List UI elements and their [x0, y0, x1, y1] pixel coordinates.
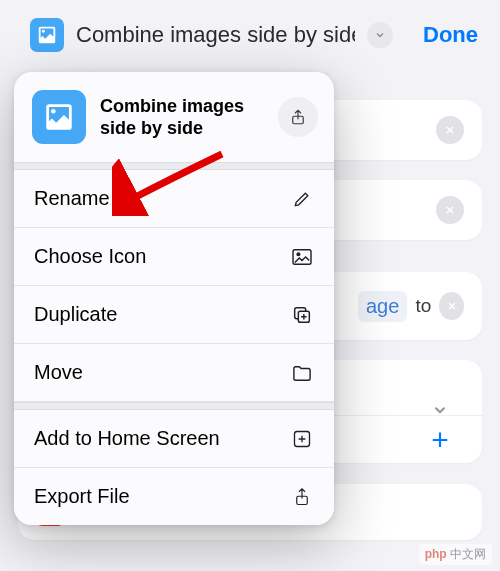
menu-item-move[interactable]: Move: [14, 344, 334, 402]
menu-item-choose-icon[interactable]: Choose Icon: [14, 228, 334, 286]
watermark: php 中文网: [419, 544, 492, 565]
menu-item-label: Move: [34, 361, 83, 384]
plus-square-icon: [290, 429, 314, 449]
menu-item-label: Add to Home Screen: [34, 427, 220, 450]
svg-point-1: [42, 30, 45, 33]
menu-item-label: Rename: [34, 187, 110, 210]
shortcut-title: Combine images side by side: [76, 22, 355, 48]
folder-icon: [290, 364, 314, 382]
shortcut-icon: [30, 18, 64, 52]
menu-item-duplicate[interactable]: Duplicate: [14, 286, 334, 344]
delete-action-button[interactable]: [439, 292, 464, 320]
share-button[interactable]: [278, 97, 318, 137]
menu-item-label: Export File: [34, 485, 130, 508]
pencil-icon: [290, 189, 314, 209]
menu-item-label: Duplicate: [34, 303, 117, 326]
variable-token[interactable]: age: [358, 291, 407, 322]
add-action-button[interactable]: +: [416, 423, 464, 457]
svg-point-5: [297, 252, 300, 255]
menu-header: Combine images side by side: [14, 72, 334, 162]
duplicate-icon: [290, 304, 314, 326]
editor-header: Combine images side by side Done: [0, 0, 500, 70]
picture-icon: [290, 248, 314, 266]
close-icon: [444, 124, 456, 136]
delete-action-button[interactable]: [436, 116, 464, 144]
close-icon: [444, 204, 456, 216]
menu-title: Combine images side by side: [100, 95, 264, 140]
share-up-icon: [290, 486, 314, 508]
menu-item-export[interactable]: Export File: [14, 468, 334, 525]
chevron-down-icon: [374, 29, 386, 41]
shortcut-context-menu: Combine images side by side Rename Choos…: [14, 72, 334, 525]
menu-separator: [14, 402, 334, 410]
menu-separator: [14, 162, 334, 170]
menu-item-label: Choose Icon: [34, 245, 146, 268]
action-text: to: [415, 295, 431, 317]
close-icon: [446, 300, 458, 312]
menu-item-add-home[interactable]: Add to Home Screen: [14, 410, 334, 468]
svg-point-2: [51, 109, 56, 114]
done-button[interactable]: Done: [423, 22, 478, 48]
menu-item-rename[interactable]: Rename: [14, 170, 334, 228]
share-icon: [289, 107, 307, 127]
title-menu-toggle[interactable]: [367, 22, 393, 48]
shortcut-icon-large: [32, 90, 86, 144]
delete-action-button[interactable]: [436, 196, 464, 224]
